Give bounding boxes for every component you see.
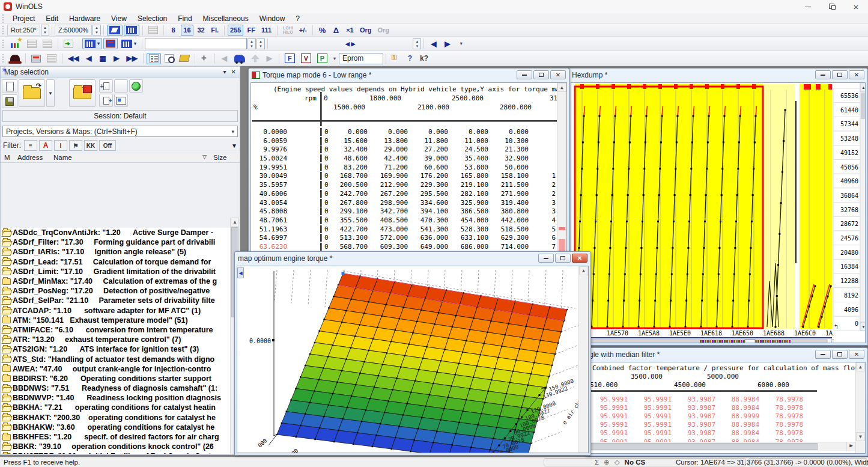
- cell-value[interactable]: 88.9984: [715, 404, 759, 412]
- cell-value[interactable]: 95.9991: [589, 429, 628, 437]
- cell-value[interactable]: 93.9987: [672, 412, 715, 420]
- torque-table-rows[interactable]: 0.000000.0000.0000.0000.0000.0006.005901…: [251, 127, 557, 258]
- median-scroll-down-icon[interactable]: ▼: [856, 432, 865, 441]
- sort-icon[interactable]: ▽: [202, 154, 207, 160]
- surface-content[interactable]: ◀ 0.00000000000150.0000139.9922120.00001…: [237, 266, 589, 453]
- cell-value[interactable]: 325.900: [448, 199, 488, 207]
- list-item[interactable]: BBKSTEBF: "6.30 Initial Fuelling of Fuel…: [1, 451, 230, 454]
- scroll-up-icon[interactable]: ▲: [231, 218, 239, 227]
- hexdump-maximize-button[interactable]: [832, 70, 848, 79]
- table-row[interactable]: 30.00490168.700169.900176.200165.800158.…: [251, 172, 557, 181]
- cell-value[interactable]: 24.500: [448, 145, 488, 153]
- cell-value[interactable]: 11.800: [408, 137, 448, 145]
- next-map-button[interactable]: ▶: [441, 38, 454, 49]
- hexdump-titlebar[interactable]: Hexdump * ✕: [569, 69, 867, 81]
- binary-view-button[interactable]: 111: [259, 25, 274, 36]
- column-name[interactable]: Name: [53, 154, 72, 161]
- add-version-button[interactable]: [99, 79, 113, 93]
- step-spinner[interactable]: ▲▼: [413, 38, 421, 49]
- cell-value[interactable]: 408.500: [368, 216, 408, 224]
- cell-value[interactable]: 27.200: [408, 145, 448, 153]
- list-item[interactable]: BBKHFES: "1.20 specif. of desired factor…: [1, 432, 230, 442]
- cell-value[interactable]: 541.300: [408, 225, 448, 233]
- table-row[interactable]: 0.000000.0000.0000.0000.0000.000: [251, 127, 557, 136]
- bits-float-button[interactable]: Fl.: [208, 25, 221, 36]
- table-row[interactable]: 51.19630422.700473.000541.300528.300518.…: [251, 225, 557, 234]
- car-data-button[interactable]: [232, 53, 247, 64]
- list-item[interactable]: ATM: "150.141 Exhaust temperature model"…: [1, 316, 230, 325]
- cell-value[interactable]: 342.700: [368, 207, 408, 215]
- cell-value[interactable]: 78.9978: [759, 395, 803, 403]
- signed-button[interactable]: +/-: [297, 25, 309, 36]
- table-row[interactable]: 54.69970513.300572.000636.000633.100629.…: [251, 234, 557, 243]
- surface-scroll-up-icon[interactable]: ▲: [579, 266, 588, 275]
- close-button[interactable]: ×: [844, 0, 868, 13]
- torque-content[interactable]: (Engine speed values depends on Hybrid v…: [250, 82, 567, 258]
- minimize-button[interactable]: [796, 0, 820, 13]
- panel-close-icon[interactable]: ✕: [231, 69, 236, 75]
- list-item[interactable]: ASDrf_Filter: "17.30 Forming guidance pa…: [1, 237, 230, 247]
- cell-value[interactable]: 422.700: [327, 225, 368, 233]
- map-wizard-button[interactable]: [8, 38, 23, 49]
- cell-value[interactable]: 39.000: [408, 154, 448, 162]
- column-size[interactable]: Size: [213, 154, 226, 161]
- median-scrollbar[interactable]: ▲ ▼: [855, 362, 865, 453]
- cell-value[interactable]: 295.500: [408, 190, 448, 198]
- bits-8-button[interactable]: 8: [167, 25, 180, 36]
- cell-value[interactable]: 95.9991: [628, 395, 672, 403]
- table-row[interactable]: 95.999195.999193.998788.998478.9978: [589, 429, 855, 438]
- help-button[interactable]: ?: [404, 53, 416, 64]
- panel-menu-icon[interactable]: ▾: [223, 69, 226, 75]
- table-row[interactable]: 19.9951083.20071.20060.60053.80050.000: [251, 163, 557, 172]
- cell-value[interactable]: 380.800: [488, 207, 529, 215]
- cell-value[interactable]: 60.600: [408, 163, 448, 171]
- hscroll-buttons[interactable]: ◀ ▶: [343, 38, 357, 49]
- table-row[interactable]: 40.60060242.700267.200295.500282.100271.…: [251, 189, 557, 198]
- cell-value[interactable]: 78.9978: [759, 404, 803, 412]
- bits-32-button[interactable]: 32: [195, 25, 207, 36]
- cell-value[interactable]: 633.100: [448, 234, 488, 242]
- cell-value[interactable]: 649.000: [408, 243, 448, 251]
- surface-scrollbar[interactable]: ▲: [578, 266, 588, 453]
- menu-item-edit[interactable]: Edit: [40, 13, 64, 24]
- cell-value[interactable]: 714.000: [488, 243, 529, 251]
- cell-value[interactable]: 88.9984: [715, 395, 759, 403]
- cell-value[interactable]: 71.200: [368, 163, 408, 171]
- decimal-view-button[interactable]: 255: [228, 25, 243, 36]
- cell-value[interactable]: 83.200: [327, 163, 368, 171]
- filter-kk-button[interactable]: KK: [84, 140, 97, 151]
- value-combo[interactable]: [145, 38, 247, 49]
- original2-button[interactable]: Org: [375, 25, 392, 36]
- byte-order-button[interactable]: LOHIHILO: [281, 25, 296, 36]
- version-grid-button[interactable]: ▦: [96, 53, 109, 64]
- original-button[interactable]: Org: [357, 25, 374, 36]
- menu-item-find[interactable]: Find: [172, 13, 197, 24]
- checksum-button[interactable]: [389, 53, 402, 64]
- filter-text-button[interactable]: ≡: [24, 140, 37, 151]
- window-titlebar[interactable]: WinOLS ×: [0, 0, 868, 13]
- table-row[interactable]: 15.0024048.60042.40039.00035.40032.900: [251, 154, 557, 163]
- cell-value[interactable]: 165.800: [448, 172, 488, 180]
- rotation-spinner[interactable]: ▲▼: [41, 25, 49, 35]
- cell-value[interactable]: 29.000: [368, 145, 408, 153]
- hex-view-button[interactable]: FF: [244, 25, 257, 36]
- cell-value[interactable]: 267.200: [368, 190, 408, 198]
- prev-map-button[interactable]: ◀: [427, 38, 440, 49]
- hexdump-chart[interactable]: 5381AE5701AE5A81AE5E01AE6181AE6501AE6881…: [571, 83, 866, 343]
- list-item[interactable]: ATR: "13.20 exhaust temperature control"…: [1, 335, 230, 344]
- flash-button[interactable]: F: [282, 53, 297, 64]
- cell-value[interactable]: 176.200: [408, 172, 448, 180]
- grid-view-button[interactable]: [146, 25, 160, 36]
- next-diff-button[interactable]: ▶: [263, 53, 276, 64]
- cell-value[interactable]: 568.700: [327, 243, 368, 251]
- list-item[interactable]: ASDrf_SelPar: "21.10 Parameter sets of d…: [1, 296, 230, 305]
- list-item[interactable]: ATCADAP: "1.10 software adapter for MF A…: [1, 306, 230, 316]
- table-row[interactable]: 63.62300568.700609.300649.000686.000714.…: [251, 242, 557, 251]
- torque-scroll-up-icon[interactable]: ▲: [557, 83, 566, 92]
- cell-value[interactable]: 219.100: [448, 181, 488, 189]
- prev-version-button[interactable]: ◀: [82, 53, 95, 64]
- cell-value[interactable]: 470.300: [408, 216, 448, 224]
- table-row[interactable]: 35.59570200.500212.900229.300219.100211.…: [251, 180, 557, 189]
- open-project-dropdown[interactable]: ▼: [46, 79, 55, 107]
- table-row[interactable]: 45.80080299.100342.700394.100386.500380.…: [251, 207, 557, 216]
